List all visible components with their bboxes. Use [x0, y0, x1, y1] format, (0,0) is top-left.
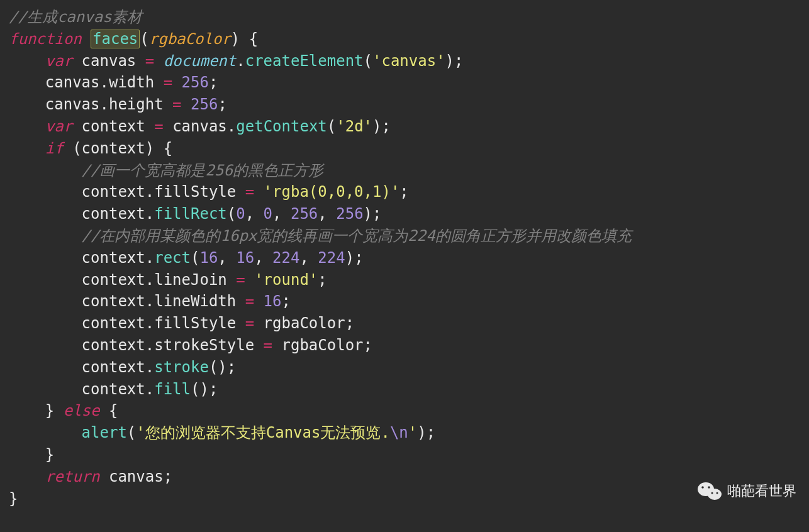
code-line: var context = canvas.getContext('2d'); — [9, 118, 391, 135]
svg-point-5 — [717, 492, 718, 494]
comment: //在内部用某颜色的16px宽的线再画一个宽高为224的圆角正方形并用改颜色填充 — [82, 227, 632, 245]
code-line: canvas.height = 256; — [9, 96, 227, 113]
code-line: //生成canvas素材 — [9, 8, 142, 26]
string: 'rgba(0,0,0,1)' — [264, 183, 400, 201]
svg-point-2 — [701, 486, 704, 489]
code-line: } — [9, 490, 18, 507]
code-line: context.lineWidth = 16; — [9, 292, 291, 310]
svg-point-1 — [708, 489, 722, 500]
method: createElement — [245, 52, 364, 70]
code-line: context.lineJoin = 'round'; — [9, 271, 327, 289]
fn-alert: alert — [82, 424, 127, 441]
code-line: function faces(rgbaColor) { — [9, 30, 258, 48]
kw-return: return — [45, 468, 100, 485]
code-line: canvas.width = 256; — [9, 74, 218, 91]
code-line: //在内部用某颜色的16px宽的线再画一个宽高为224的圆角正方形并用改颜色填充 — [9, 227, 632, 245]
code-line: return canvas; — [9, 468, 172, 485]
code-editor[interactable]: //生成canvas素材 function faces(rgbaColor) {… — [0, 0, 809, 516]
number: 256 — [182, 74, 209, 91]
kw-if: if — [45, 140, 64, 157]
string: 'canvas' — [372, 52, 445, 70]
code-line: //画一个宽高都是256的黑色正方形 — [9, 162, 323, 179]
comment: //生成canvas素材 — [9, 8, 142, 26]
code-line: context.strokeStyle = rgbaColor; — [9, 336, 372, 354]
comment: //画一个宽高都是256的黑色正方形 — [82, 162, 323, 179]
kw-var: var — [45, 52, 72, 70]
code-line: context.rect(16, 16, 224, 224); — [9, 249, 364, 267]
watermark-text: 啪葩看世界 — [727, 481, 796, 501]
string: '您的浏览器不支持Canvas无法预览. — [136, 424, 390, 441]
param: rgbaColor — [149, 30, 231, 48]
code-line: context.fillStyle = rgbaColor; — [9, 314, 354, 332]
code-line: var canvas = document.createElement('can… — [9, 52, 464, 70]
method: rect — [154, 249, 191, 267]
code-line: alert('您的浏览器不支持Canvas无法预览.\n'); — [9, 424, 435, 441]
code-line: } — [9, 446, 54, 463]
method: fillRect — [154, 205, 227, 223]
svg-point-4 — [711, 492, 713, 494]
code-line: context.fillRect(0, 0, 256, 256); — [9, 205, 382, 223]
string: '2d' — [336, 118, 372, 135]
function-name: faces — [91, 30, 140, 48]
builtin-document: document — [164, 52, 237, 70]
method: getContext — [236, 118, 327, 135]
code-line: context.stroke(); — [9, 358, 236, 376]
number: 256 — [191, 96, 218, 113]
escape: \n — [390, 424, 408, 441]
code-line: context.fill(); — [9, 380, 218, 398]
code-line: context.fillStyle = 'rgba(0,0,0,1)'; — [9, 183, 409, 201]
number: 16 — [264, 292, 282, 310]
method: fill — [154, 380, 191, 398]
code-line: } else { — [9, 402, 118, 419]
kw-var: var — [45, 118, 72, 135]
svg-point-3 — [708, 486, 710, 489]
kw-function: function — [9, 30, 82, 48]
method: stroke — [154, 358, 209, 376]
string: 'round' — [254, 271, 318, 289]
kw-else: else — [54, 402, 109, 419]
code-line: if (context) { — [9, 140, 172, 157]
wechat-icon — [697, 480, 722, 502]
watermark: 啪葩看世界 — [697, 480, 796, 502]
